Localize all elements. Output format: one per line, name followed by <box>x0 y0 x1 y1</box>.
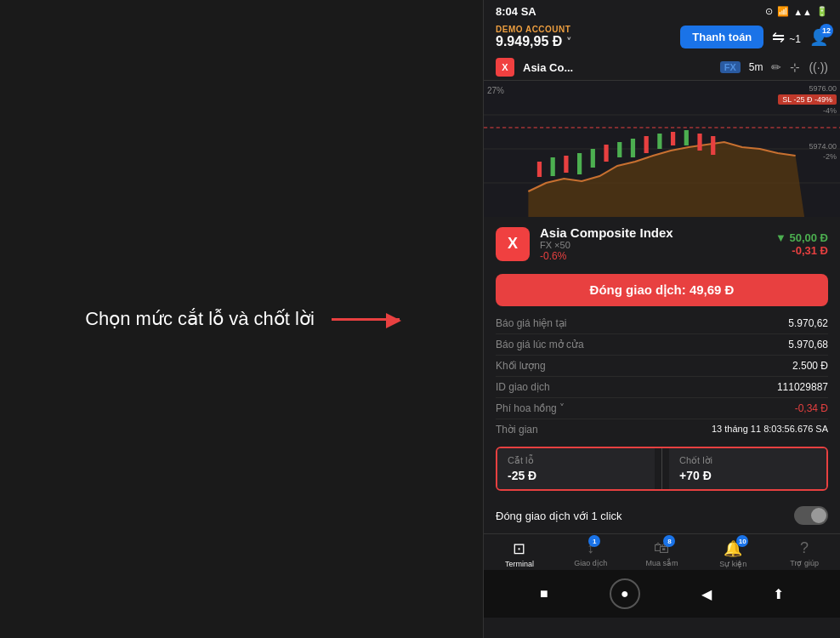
pct-4: -4% <box>823 106 837 115</box>
bottom-nav: ⊡ Terminal ↕ 1 Giao dịch 🛍 8 Mua sắm 🔔 1… <box>484 533 840 570</box>
chart-toolbar: X Asia Co... FX 5m ✏ ⊹ ((·)) <box>484 54 840 81</box>
trade-label-5: Thời gian <box>496 424 538 436</box>
svg-rect-4 <box>537 162 542 177</box>
tp-value: +70 Đ <box>679 469 816 482</box>
arrow-count: ~1 <box>789 33 801 45</box>
svg-rect-7 <box>577 153 582 174</box>
one-click-row: Đóng giao dịch với 1 click <box>484 498 840 533</box>
menu-btn[interactable]: ⬆ <box>773 586 784 602</box>
close-trade-button[interactable]: Đóng giao dịch: 49,69 Đ <box>496 274 828 306</box>
svg-rect-16 <box>697 134 701 151</box>
trade-row: Thời gian 13 tháng 11 8:03:56.676 SA <box>496 419 828 440</box>
chart-right-labels: 5976.00 SL -25 Đ -49% -4% 5974.00 -2% <box>778 81 837 161</box>
trade-row: Khối lượng 2.500 Đ <box>496 356 828 377</box>
asset-pct-change: -0.6% <box>540 250 765 262</box>
sl-box[interactable]: Cắt lỗ -25 Đ <box>497 448 655 489</box>
nav-item-help[interactable]: ? Trợ giúp <box>769 539 840 568</box>
instruction-area: Chọn mức cắt lỗ và chốt lời <box>85 308 400 330</box>
nav-label-trade: Giao dịch <box>574 559 607 567</box>
sl-value: -25 Đ <box>508 469 644 482</box>
balance-arrow: ˅ <box>566 37 571 48</box>
pct-2: -2% <box>823 152 837 161</box>
trade-icon: ↕ 1 <box>587 539 594 557</box>
payment-button[interactable]: Thanh toán <box>680 26 763 48</box>
square-btn[interactable]: ■ <box>540 586 548 601</box>
account-info: DEMO ACCOUNT 9.949,95 Đ ˅ <box>496 25 571 49</box>
notification-badge: 12 <box>820 24 833 37</box>
trade-label-1: Báo giá lúc mở cửa <box>496 339 584 350</box>
signal-icon: 📶 <box>777 6 789 17</box>
wifi-icon: ▲▲ <box>793 7 812 17</box>
shop-badge: 8 <box>663 535 675 547</box>
svg-rect-17 <box>711 136 715 155</box>
asset-info-section: X Asia Composite Index FX ×50 -0.6% ▼ 50… <box>484 217 840 267</box>
trade-value-3: 111029887 <box>777 381 828 393</box>
home-btn[interactable]: ● <box>610 578 640 609</box>
svg-rect-14 <box>671 132 675 145</box>
svg-rect-11 <box>631 139 635 157</box>
tp-box[interactable]: Chốt lời +70 Đ <box>669 448 826 489</box>
fx-badge: FX <box>720 61 741 73</box>
asset-price-right: ▼ 50,00 Đ -0,31 Đ <box>775 231 828 257</box>
equalizer-button[interactable]: ⇋ ~1 <box>772 28 801 47</box>
nav-item-events[interactable]: 🔔 10 Sự kiện <box>697 539 769 568</box>
svg-rect-8 <box>591 149 595 168</box>
price-change-value: -0,31 Đ <box>775 244 828 257</box>
profile-button[interactable]: 👤 12 <box>809 28 828 47</box>
trade-value-2: 2.500 Đ <box>792 360 828 372</box>
trade-row: Báo giá hiện tại 5.970,62 <box>496 313 828 334</box>
system-nav: ■ ● ◀ ⬆ <box>484 570 840 618</box>
left-panel: Chọn mức cắt lỗ và chốt lời <box>0 0 485 638</box>
help-icon: ? <box>800 539 809 557</box>
sound-icon[interactable]: ((·)) <box>809 60 828 74</box>
one-click-label: Đóng giao dịch với 1 click <box>496 510 622 522</box>
sl-tp-section[interactable]: Cắt lỗ -25 Đ Chốt lời +70 Đ <box>496 447 828 491</box>
trade-row: Báo giá lúc mở cửa 5.970,68 <box>496 334 828 356</box>
nav-item-trade[interactable]: ↕ 1 Giao dịch <box>555 539 627 568</box>
asset-full-name: Asia Composite Index <box>540 225 765 240</box>
timeframe-btn[interactable]: 5m <box>749 61 763 73</box>
terminal-icon: ⊡ <box>513 539 525 558</box>
phone-wrapper: 8:04 SA ⊙ 📶 ▲▲ 🔋 DEMO ACCOUNT 9.949,95 Đ… <box>483 0 840 638</box>
asset-name-toolbar[interactable]: Asia Co... <box>523 61 712 74</box>
svg-rect-10 <box>617 142 621 157</box>
trade-label-4: Phí hoa hồng ˅ <box>496 402 565 414</box>
svg-rect-12 <box>644 136 649 153</box>
nav-item-shop[interactable]: 🛍 8 Mua sắm <box>627 539 698 568</box>
tp-label: Chốt lời <box>679 455 816 466</box>
trade-value-5: 13 tháng 11 8:03:56.676 SA <box>712 424 828 436</box>
sl-label: Cắt lỗ <box>508 455 644 466</box>
trade-details-table: Báo giá hiện tại 5.970,62 Báo giá lúc mở… <box>484 313 840 440</box>
trade-label-2: Khối lượng <box>496 360 546 372</box>
chart-label-27pct: 27% <box>487 86 504 95</box>
trade-value-0: 5.970,62 <box>788 317 828 329</box>
one-click-toggle[interactable] <box>794 506 828 525</box>
app-header: DEMO ACCOUNT 9.949,95 Đ ˅ Thanh toán ⇋ ~… <box>484 21 840 54</box>
status-time: 8:04 SA <box>496 5 536 18</box>
asset-logo: X <box>496 227 530 261</box>
header-actions: Thanh toán ⇋ ~1 👤 12 <box>680 26 828 48</box>
trade-label-3: ID giao dịch <box>496 381 550 393</box>
balance-display: 9.949,95 Đ ˅ <box>496 34 571 49</box>
shop-icon: 🛍 8 <box>654 539 669 557</box>
nav-label-shop: Mua sắm <box>645 559 678 567</box>
svg-rect-5 <box>551 157 555 176</box>
trade-label-0: Báo giá hiện tại <box>496 317 566 329</box>
nav-item-terminal[interactable]: ⊡ Terminal <box>484 539 555 568</box>
sl-tp-divider <box>661 448 662 489</box>
svg-rect-13 <box>657 134 661 149</box>
trade-value-4: -0,34 Đ <box>795 402 828 414</box>
price-top: 5976.00 <box>809 84 837 93</box>
price-mid: 5974.00 <box>809 142 837 151</box>
svg-rect-6 <box>564 156 568 173</box>
instruction-text: Chọn mức cắt lỗ và chốt lời <box>85 308 315 330</box>
arrow-icon <box>332 318 400 321</box>
demo-label: DEMO ACCOUNT <box>496 25 571 34</box>
back-btn[interactable]: ◀ <box>701 586 712 602</box>
trade-value-1: 5.970,68 <box>788 339 828 350</box>
nav-label-help: Trợ giúp <box>790 559 819 567</box>
pencil-icon[interactable]: ✏ <box>771 60 781 74</box>
crosshair-icon[interactable]: ⊹ <box>790 60 800 74</box>
asset-sub: FX ×50 <box>540 240 765 250</box>
chart-area: 27% 5976.00 SL -25 Đ -49% -4% 5974.00 -2… <box>484 81 840 217</box>
